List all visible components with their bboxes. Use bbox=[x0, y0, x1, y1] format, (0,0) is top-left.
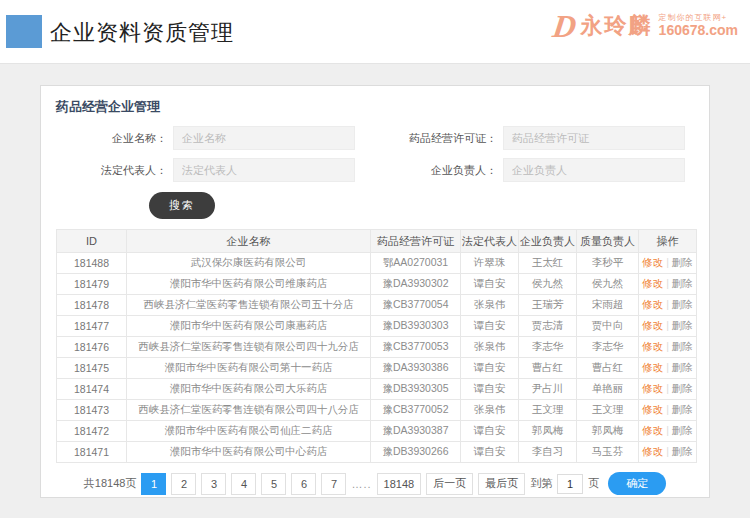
last-page-button[interactable]: 最后页 bbox=[478, 473, 525, 495]
cell-id: 181472 bbox=[57, 421, 127, 442]
action-separator: | bbox=[666, 445, 669, 457]
col-header-legal-rep: 法定代表人 bbox=[461, 230, 519, 253]
brand-tagline: 定制你的互联网+ bbox=[659, 13, 738, 23]
page-button-2[interactable]: 2 bbox=[171, 473, 196, 495]
cell-quality: 郭凤梅 bbox=[577, 421, 639, 442]
table-row: 181473西峡县济仁堂医药零售连锁有限公司四十八分店豫CB3770052张泉伟… bbox=[57, 400, 697, 421]
section-title: 药品经营企业管理 bbox=[56, 98, 694, 116]
page-button-5[interactable]: 5 bbox=[261, 473, 286, 495]
delete-link[interactable]: 删除 bbox=[672, 256, 693, 268]
page-button-last-number[interactable]: 18148 bbox=[377, 473, 422, 495]
cell-license: 豫DB3930303 bbox=[371, 316, 461, 337]
cell-id: 181471 bbox=[57, 442, 127, 463]
delete-link[interactable]: 删除 bbox=[672, 319, 693, 331]
license-label: 药品经营许可证： bbox=[395, 131, 503, 146]
field-manager: 企业负责人： bbox=[395, 158, 685, 182]
delete-link[interactable]: 删除 bbox=[672, 445, 693, 457]
brand-d-icon: D bbox=[551, 10, 579, 42]
delete-link[interactable]: 删除 bbox=[672, 361, 693, 373]
cell-manager: 王瑞芳 bbox=[519, 295, 577, 316]
delete-link[interactable]: 删除 bbox=[672, 340, 693, 352]
cell-license: 豫DB3930305 bbox=[371, 379, 461, 400]
cell-company-name: 濮阳市华中医药有限公司第十一药店 bbox=[127, 358, 371, 379]
cell-actions: 修改|删除 bbox=[639, 442, 697, 463]
cell-quality: 王文理 bbox=[577, 400, 639, 421]
page-button-6[interactable]: 6 bbox=[291, 473, 316, 495]
company-name-label: 企业名称： bbox=[65, 131, 173, 146]
goto-page-input[interactable] bbox=[557, 474, 583, 494]
cell-manager: 李志华 bbox=[519, 337, 577, 358]
action-separator: | bbox=[666, 298, 669, 310]
edit-link[interactable]: 修改 bbox=[642, 382, 663, 394]
cell-actions: 修改|删除 bbox=[639, 400, 697, 421]
cell-actions: 修改|删除 bbox=[639, 358, 697, 379]
table-row: 181474濮阳市华中医药有限公司大乐药店豫DB3930305谭自安尹占川单艳丽… bbox=[57, 379, 697, 400]
field-legal-rep: 法定代表人： bbox=[65, 158, 355, 182]
cell-license: 豫DA3930387 bbox=[371, 421, 461, 442]
cell-license: 豫DB3930266 bbox=[371, 442, 461, 463]
cell-legal-rep: 谭自安 bbox=[461, 274, 519, 295]
cell-manager: 曹占红 bbox=[519, 358, 577, 379]
delete-link[interactable]: 删除 bbox=[672, 298, 693, 310]
cell-manager: 李自习 bbox=[519, 442, 577, 463]
page-button-4[interactable]: 4 bbox=[231, 473, 256, 495]
goto-prefix-label: 到第 bbox=[530, 476, 552, 491]
brand-name: 永玲麟 bbox=[581, 11, 653, 41]
company-name-input[interactable] bbox=[173, 126, 355, 150]
page-title: 企业资料资质管理 bbox=[50, 18, 234, 48]
action-separator: | bbox=[666, 424, 669, 436]
goto-confirm-button[interactable]: 确定 bbox=[608, 472, 666, 495]
cell-actions: 修改|删除 bbox=[639, 253, 697, 274]
edit-link[interactable]: 修改 bbox=[642, 445, 663, 457]
cell-company-name: 濮阳市华中医药有限公司维康药店 bbox=[127, 274, 371, 295]
goto-suffix-label: 页 bbox=[588, 476, 599, 491]
delete-link[interactable]: 删除 bbox=[672, 424, 693, 436]
action-separator: | bbox=[666, 340, 669, 352]
table-row: 181475濮阳市华中医药有限公司第十一药店豫DA3930386谭自安曹占红曹占… bbox=[57, 358, 697, 379]
search-button[interactable]: 搜索 bbox=[149, 192, 215, 219]
cell-actions: 修改|删除 bbox=[639, 274, 697, 295]
edit-link[interactable]: 修改 bbox=[642, 256, 663, 268]
edit-link[interactable]: 修改 bbox=[642, 340, 663, 352]
cell-actions: 修改|删除 bbox=[639, 421, 697, 442]
page-button-1[interactable]: 1 bbox=[141, 473, 166, 495]
cell-manager: 王文理 bbox=[519, 400, 577, 421]
cell-quality: 侯九然 bbox=[577, 274, 639, 295]
col-header-manager: 企业负责人 bbox=[519, 230, 577, 253]
cell-quality: 李秒平 bbox=[577, 253, 639, 274]
col-header-actions: 操作 bbox=[639, 230, 697, 253]
pagination-bar: 共18148页 1234567 ….. 18148 后一页 最后页 到第 页 确… bbox=[56, 472, 694, 495]
cell-id: 181488 bbox=[57, 253, 127, 274]
action-separator: | bbox=[666, 382, 669, 394]
manager-input[interactable] bbox=[503, 158, 685, 182]
cell-id: 181479 bbox=[57, 274, 127, 295]
edit-link[interactable]: 修改 bbox=[642, 424, 663, 436]
delete-link[interactable]: 删除 bbox=[672, 382, 693, 394]
cell-manager: 郭凤梅 bbox=[519, 421, 577, 442]
cell-quality: 贾中向 bbox=[577, 316, 639, 337]
cell-actions: 修改|删除 bbox=[639, 295, 697, 316]
license-input[interactable] bbox=[503, 126, 685, 150]
cell-id: 181477 bbox=[57, 316, 127, 337]
legal-rep-label: 法定代表人： bbox=[65, 163, 173, 178]
legal-rep-input[interactable] bbox=[173, 158, 355, 182]
edit-link[interactable]: 修改 bbox=[642, 361, 663, 373]
delete-link[interactable]: 删除 bbox=[672, 403, 693, 415]
table-row: 181477濮阳市华中医药有限公司康惠药店豫DB3930303谭自安贾志清贾中向… bbox=[57, 316, 697, 337]
cell-license: 豫CB3770053 bbox=[371, 337, 461, 358]
next-page-button[interactable]: 后一页 bbox=[426, 473, 473, 495]
delete-link[interactable]: 删除 bbox=[672, 277, 693, 289]
edit-link[interactable]: 修改 bbox=[642, 403, 663, 415]
edit-link[interactable]: 修改 bbox=[642, 298, 663, 310]
field-license: 药品经营许可证： bbox=[395, 126, 685, 150]
table-row: 181472濮阳市华中医药有限公司仙庄二药店豫DA3930387谭自安郭凤梅郭凤… bbox=[57, 421, 697, 442]
cell-actions: 修改|删除 bbox=[639, 379, 697, 400]
action-separator: | bbox=[666, 403, 669, 415]
page-button-3[interactable]: 3 bbox=[201, 473, 226, 495]
edit-link[interactable]: 修改 bbox=[642, 277, 663, 289]
edit-link[interactable]: 修改 bbox=[642, 319, 663, 331]
action-separator: | bbox=[666, 361, 669, 373]
cell-license: 豫CB3770054 bbox=[371, 295, 461, 316]
page-button-7[interactable]: 7 bbox=[321, 473, 346, 495]
action-separator: | bbox=[666, 256, 669, 268]
